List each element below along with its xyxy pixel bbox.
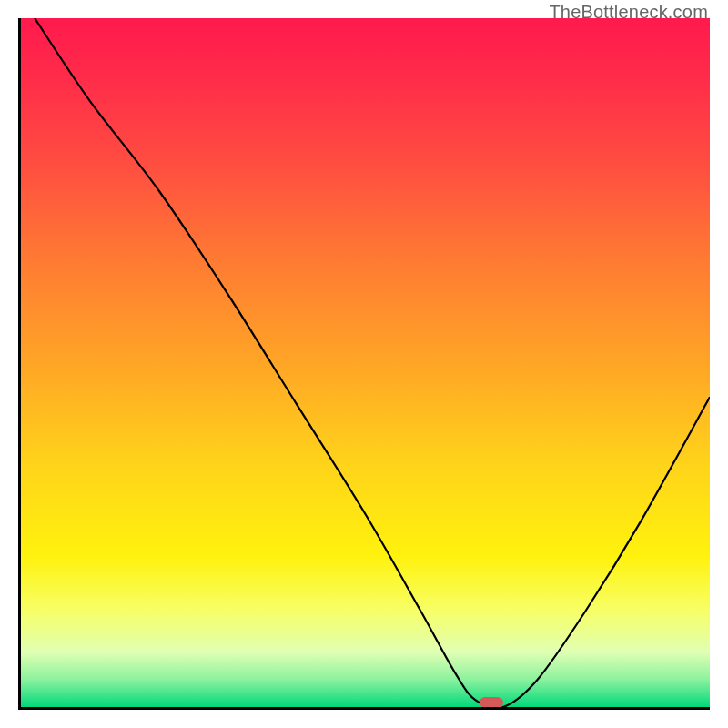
bottleneck-curve <box>35 18 710 707</box>
chart-container: TheBottleneck.com <box>0 0 728 728</box>
curve-svg <box>21 18 710 707</box>
plot-area <box>18 18 710 710</box>
optimal-point-marker <box>480 697 503 708</box>
